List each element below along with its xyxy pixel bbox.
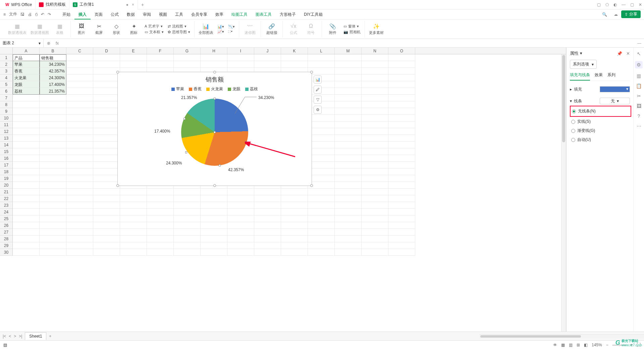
cell[interactable] (388, 88, 415, 95)
cell[interactable] (40, 101, 66, 108)
col-header[interactable]: O (388, 48, 415, 54)
cancel-formula-icon[interactable]: ⊗ (47, 41, 50, 46)
cell[interactable] (40, 249, 66, 256)
row-header[interactable]: 18 (0, 168, 13, 175)
cell[interactable] (335, 81, 362, 88)
cell[interactable] (201, 215, 227, 222)
cell[interactable] (66, 182, 93, 189)
cell[interactable] (93, 222, 120, 229)
cell[interactable] (13, 162, 40, 168)
cell[interactable] (362, 128, 388, 135)
cell[interactable] (388, 81, 415, 88)
cell[interactable]: 火龙果 (13, 74, 40, 81)
menu-tab-13[interactable]: DIY工具箱 (300, 9, 327, 19)
cell[interactable] (388, 229, 415, 236)
row-header[interactable]: 19 (0, 175, 13, 182)
panel-tab[interactable]: 效果 (595, 72, 603, 81)
cell[interactable] (93, 54, 120, 61)
cell[interactable] (388, 209, 415, 215)
cell[interactable] (66, 142, 93, 148)
cell[interactable] (388, 202, 415, 209)
cell[interactable] (335, 236, 362, 242)
cell[interactable] (120, 61, 147, 68)
cell[interactable] (40, 189, 66, 195)
cell[interactable] (40, 222, 66, 229)
flowchart-button[interactable]: ⇄流程图▾ (168, 24, 190, 29)
cell[interactable] (13, 209, 40, 215)
cell[interactable] (93, 249, 120, 256)
chart-filter-button[interactable]: ▽ (314, 96, 322, 104)
cell[interactable] (227, 54, 254, 61)
cell[interactable] (174, 222, 201, 229)
row-header[interactable]: 24 (0, 209, 13, 215)
cell[interactable] (40, 148, 66, 155)
row-header[interactable]: 5 (0, 81, 13, 88)
cell[interactable] (13, 222, 40, 229)
pie-chart[interactable]: 34.230% 42.357% 24.300% 17.400% 21.357% (181, 99, 248, 166)
cell[interactable]: 香蕉 (13, 68, 40, 74)
cell[interactable] (388, 142, 415, 148)
col-header[interactable]: H (201, 48, 227, 54)
cell[interactable] (93, 81, 120, 88)
cell[interactable] (308, 215, 335, 222)
col-header[interactable]: C (66, 48, 93, 54)
redo-icon[interactable]: ↷ (48, 12, 51, 17)
cell[interactable] (93, 148, 120, 155)
cell[interactable] (13, 135, 40, 142)
cell[interactable] (362, 195, 388, 202)
cell[interactable] (254, 236, 281, 242)
cell[interactable] (93, 101, 120, 108)
cell[interactable] (66, 95, 93, 101)
cell[interactable] (66, 175, 93, 182)
cell[interactable] (388, 175, 415, 182)
cell[interactable]: 42.357% (40, 68, 66, 74)
cell[interactable] (174, 236, 201, 242)
cell[interactable] (335, 249, 362, 256)
chart-legend[interactable]: 苹果香蕉火龙果龙眼荔枝 (118, 86, 312, 92)
cell[interactable] (335, 61, 362, 68)
cell[interactable] (66, 242, 93, 249)
maximize-icon[interactable]: ▢ (630, 2, 634, 7)
cell[interactable] (93, 115, 120, 121)
cell[interactable] (388, 101, 415, 108)
legend-item[interactable]: 火龙果 (206, 86, 223, 92)
cell[interactable] (388, 68, 415, 74)
cell[interactable] (388, 195, 415, 202)
cell[interactable] (13, 189, 40, 195)
cell[interactable] (254, 209, 281, 215)
cell[interactable] (308, 175, 335, 182)
cell[interactable] (40, 195, 66, 202)
print-icon[interactable]: 🖨 (28, 12, 32, 17)
cell[interactable] (120, 54, 147, 61)
cell[interactable] (93, 195, 120, 202)
legend-item[interactable]: 香蕉 (189, 86, 202, 92)
minimize-icon[interactable]: — (622, 2, 626, 7)
window-close-icon[interactable]: ✕ (639, 2, 642, 7)
cell[interactable] (66, 162, 93, 168)
row-header[interactable]: 11 (0, 121, 13, 128)
cell[interactable] (362, 215, 388, 222)
legend-item[interactable]: 龙眼 (228, 86, 240, 92)
row-header[interactable]: 3 (0, 68, 13, 74)
cell[interactable] (201, 236, 227, 242)
cell[interactable] (40, 121, 66, 128)
cell[interactable] (308, 249, 335, 256)
menu-tab-9[interactable]: 效率 (211, 9, 227, 19)
cell[interactable] (66, 115, 93, 121)
cell[interactable] (281, 61, 308, 68)
cell[interactable] (335, 108, 362, 115)
all-charts-button[interactable]: 📊全部图表 (199, 23, 213, 35)
cell[interactable] (388, 135, 415, 142)
menu-tab-6[interactable]: 视图 (155, 9, 171, 19)
cell[interactable] (227, 242, 254, 249)
cell[interactable] (281, 242, 308, 249)
cell[interactable] (388, 189, 415, 195)
app-tab-template[interactable]: 找稻壳模板 (36, 0, 69, 9)
view-eye-icon[interactable]: 👁 (553, 343, 557, 347)
cell[interactable] (93, 61, 120, 68)
cell[interactable] (362, 189, 388, 195)
cell[interactable] (388, 242, 415, 249)
cell[interactable] (388, 215, 415, 222)
cell[interactable] (227, 229, 254, 236)
add-sheet-button[interactable]: + (49, 334, 51, 339)
